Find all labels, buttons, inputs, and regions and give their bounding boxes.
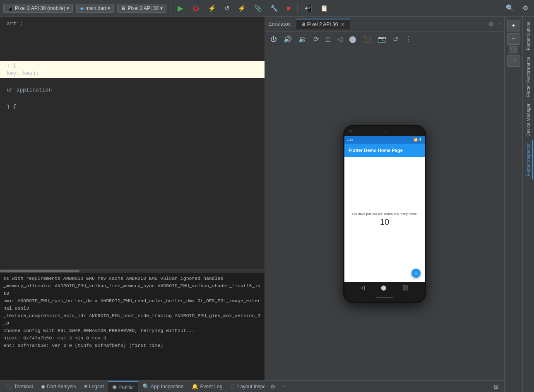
console-line: choose config with EGL_SWAP_BEHAVIOR_PRE…: [3, 327, 261, 334]
emulator-settings-btn[interactable]: ⚙: [268, 382, 278, 392]
fit-screen-button[interactable]: ⬚: [507, 55, 520, 67]
emulator-minimize-button[interactable]: −: [497, 20, 501, 28]
hot-restart-button[interactable]: ⚡: [236, 3, 248, 14]
separator-2: [297, 3, 298, 13]
volume-down-button[interactable]: 🔉: [296, 34, 309, 45]
recents-nav-button[interactable]: ⬛: [361, 34, 373, 45]
bottom-tab-bar: ⬛ Terminal ◆ Dart Analysis ≡ Logcat ◉ Pr…: [0, 380, 265, 392]
settings-button[interactable]: ⚙: [520, 2, 531, 14]
sidebar-tab-flutter-inspector[interactable]: Flutter Inspector: [524, 140, 533, 179]
volume-up-button[interactable]: 🔊: [281, 34, 294, 45]
console-content: ss_with_requirements ANDROID_EMU_rev_cac…: [0, 273, 265, 351]
zoom-out-button[interactable]: −: [507, 33, 520, 45]
logcat-button[interactable]: 📋: [318, 3, 331, 14]
emulator-minimize-btn[interactable]: −: [279, 382, 287, 392]
main-container: art'; : { key: key); ur application. ) {…: [0, 17, 534, 392]
phone-screen[interactable]: 1:15 📶 🔋 Flutter Demo Home Page: [344, 136, 425, 282]
editor-area: art'; : { key: key); ur application. ) {…: [0, 17, 265, 392]
debug-button[interactable]: 🐞: [189, 2, 202, 14]
console-line: omit ANDROID_EMU_sync_buffer_data ANDROI…: [3, 297, 261, 312]
back-nav-button[interactable]: ◁: [335, 34, 344, 45]
attach-button[interactable]: 📎: [252, 3, 265, 14]
zoom-in-button[interactable]: +: [507, 20, 520, 31]
tab-event-log[interactable]: 🔔 Event Log: [188, 381, 226, 392]
more-options-button[interactable]: ⋮: [403, 34, 414, 45]
scrollbar-thumb: [0, 270, 79, 272]
tab-app-inspection[interactable]: 🔍 App Inspection: [138, 381, 188, 392]
console-line: _memory_allocator ANDROID_EMU_vulkan_fre…: [3, 282, 261, 297]
emulator-bottom-bar: ⚙ − ⊞: [265, 380, 504, 392]
recents-soft-key[interactable]: ⬛: [402, 285, 409, 291]
tab-profiler-label: Profiler: [118, 384, 134, 390]
fold-button[interactable]: ◻: [323, 34, 333, 45]
android-nav-bar: ◁ ⬤ ⬛: [344, 282, 425, 293]
power-button[interactable]: ⏻: [268, 34, 279, 45]
emulator-viewport: 1:15 📶 🔋 Flutter Demo Home Page: [265, 47, 504, 380]
emulator-label-text: Emulator:: [268, 21, 291, 27]
right-panel: Emulator: 🖥 Pixel 2 API 30 ✕ ⚙ − ⏻ 🔊 🔉 ⟳: [265, 17, 534, 392]
console-line: ss_with_requirements ANDROID_EMU_rev_cac…: [3, 275, 261, 282]
file-selector[interactable]: ◈ main.dart ▾: [76, 4, 114, 13]
emulator-header: Emulator: 🖥 Pixel 2 API 30 ✕ ⚙ −: [265, 17, 504, 31]
counter-description: You have pushed the button this many tim…: [351, 212, 417, 216]
profile-button[interactable]: ⚡: [206, 3, 219, 14]
emulator-selector[interactable]: 🖥 Pixel 2 API 30 ▾: [117, 4, 166, 13]
pixel-icon: 🖥: [301, 22, 305, 27]
code-line: [0, 78, 265, 86]
home-nav-button[interactable]: ⬤: [347, 34, 358, 45]
device-mirror-button[interactable]: 📲: [302, 3, 315, 14]
split-view-button[interactable]: ⊞: [492, 382, 501, 392]
app-content[interactable]: You have pushed the button this many tim…: [344, 157, 425, 282]
flutter-devtools-button[interactable]: 🔧: [268, 3, 281, 14]
emulator-tab-label: Pixel 2 API 30: [307, 22, 338, 27]
dart-icon: ◆: [41, 383, 45, 390]
sidebar-tab-device-manager[interactable]: Device Manager: [524, 100, 533, 140]
code-line: [0, 53, 265, 61]
sidebar-tab-flutter-outline[interactable]: Flutter Outline: [524, 18, 533, 53]
back-soft-key[interactable]: ◁: [361, 285, 365, 291]
console-line: ntext: 0xf47a7b50: maj 3 min 0 rcv 3: [3, 334, 261, 342]
sidebar-tab-flutter-performance[interactable]: Flutter Performance: [524, 53, 533, 100]
emulator-settings-button[interactable]: ⚙: [488, 21, 494, 27]
separator-1: [171, 3, 171, 13]
rotate-button[interactable]: ⟳: [311, 34, 321, 45]
horizontal-scrollbar[interactable]: [0, 269, 265, 273]
emulator-selector-label: Pixel 2 API 30: [127, 5, 159, 11]
layout-inspector-icon: ⬚: [231, 383, 236, 390]
top-toolbar: 📱 Pixel 2 API 30 (mobile) ▾ ◈ main.dart …: [0, 0, 534, 17]
console-line: _texture_compression_astc_ldr ANDROID_EM…: [3, 312, 261, 327]
emulator-chevron-icon: ▾: [160, 5, 163, 11]
emulator-close-button[interactable]: ✕: [339, 21, 346, 28]
right-sidebar: Flutter Outline Flutter Performance Devi…: [522, 17, 534, 392]
code-line: ) {: [0, 103, 265, 111]
tab-layout-inspector[interactable]: ⬚ Layout Inspector: [226, 381, 265, 392]
status-icons: 📶 🔋: [414, 138, 422, 142]
home-indicator: [376, 297, 393, 298]
code-editor: art'; : { key: key); ur application. ) {: [0, 17, 265, 269]
home-soft-key[interactable]: ⬤: [381, 285, 386, 291]
fab-button[interactable]: +: [411, 269, 421, 278]
phone-bottom: [344, 293, 425, 302]
code-line: [0, 28, 265, 36]
zoom-ratio-label[interactable]: 1:1: [509, 46, 519, 53]
run-button[interactable]: ▶: [175, 2, 186, 14]
emulator-tab[interactable]: 🖥 Pixel 2 API 30 ✕: [296, 19, 351, 29]
device-selector[interactable]: 📱 Pixel 2 API 30 (mobile) ▾: [3, 4, 73, 13]
profiler-icon: ◉: [112, 384, 117, 390]
code-line: [0, 36, 265, 45]
tab-dart-analysis-label: Dart Analysis: [47, 384, 76, 390]
hot-reload-button[interactable]: ↺: [222, 3, 232, 14]
tab-event-log-label: Event Log: [200, 384, 222, 390]
refresh-button[interactable]: ↺: [391, 34, 400, 45]
stop-button[interactable]: ■: [284, 3, 293, 14]
emulator-icon: 🖥: [121, 5, 126, 11]
tab-dart-analysis[interactable]: ◆ Dart Analysis: [37, 381, 80, 392]
tab-terminal[interactable]: ⬛ Terminal: [2, 381, 37, 392]
event-log-icon: 🔔: [192, 383, 198, 390]
screenshot-button[interactable]: 📷: [376, 34, 388, 45]
phone-icon: 📱: [7, 5, 13, 11]
tab-logcat[interactable]: ≡ Logcat: [80, 381, 108, 392]
tab-profiler[interactable]: ◉ Profiler: [108, 381, 138, 392]
phone-device: 1:15 📶 🔋 Flutter Demo Home Page: [343, 125, 426, 303]
search-button[interactable]: 🔍: [503, 2, 517, 14]
